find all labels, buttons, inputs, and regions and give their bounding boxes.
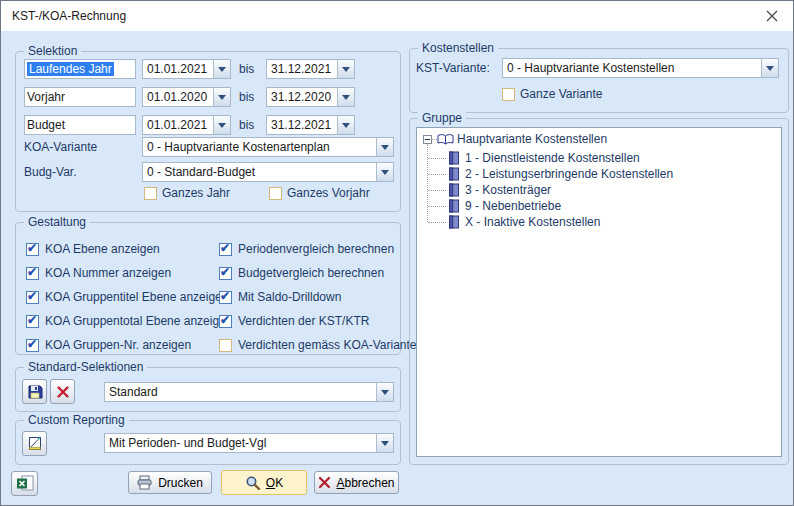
- book-icon: [447, 183, 460, 197]
- window-title: KST-/KOA-Rechnung: [12, 1, 126, 31]
- tree-root-item[interactable]: Hauptvariante Kostenstellen: [417, 131, 781, 147]
- chevron-down-icon: [218, 123, 226, 128]
- standard-selektionen-title: Standard-Selektionen: [24, 360, 147, 375]
- tree-item-label: 9 - Nebenbetriebe: [465, 198, 561, 214]
- book-icon: [447, 199, 460, 213]
- kostenstellen-group-title: Kostenstellen: [418, 41, 498, 56]
- saldo-drilldown-checkbox[interactable]: [219, 291, 232, 304]
- dropdown-arrow-button[interactable]: [213, 116, 230, 134]
- period-name-input-1[interactable]: Laufendes Jahr: [24, 59, 136, 79]
- combo-value: 0 - Hauptvariante Kostenartenplan: [147, 138, 374, 156]
- tree-item[interactable]: 9 - Nebenbetriebe: [417, 198, 781, 214]
- selected-text: Laufendes Jahr: [27, 62, 114, 76]
- dropdown-arrow-button[interactable]: [376, 434, 393, 452]
- date-from-combo-1[interactable]: 01.01.2021: [142, 59, 231, 79]
- gestaltung-group-title: Gestaltung: [24, 215, 90, 230]
- selektion-group: Selektion Laufendes Jahr 01.01.2021 bis …: [15, 51, 401, 212]
- periodenvergleich-checkbox[interactable]: [219, 243, 232, 256]
- verdichten-kst-ktr-checkbox[interactable]: [219, 315, 232, 328]
- date-to-combo-1[interactable]: 31.12.2021: [266, 59, 355, 79]
- ganzes-jahr-label: Ganzes Jahr: [162, 187, 230, 200]
- date-to-combo-3[interactable]: 31.12.2021: [266, 115, 355, 135]
- save-icon: [27, 384, 43, 400]
- save-selection-button[interactable]: [22, 379, 47, 404]
- chevron-down-icon: [218, 95, 226, 100]
- book-icon: [447, 215, 460, 229]
- drucken-label: Drucken: [158, 476, 203, 490]
- koa-gruppentitel-checkbox[interactable]: [26, 291, 39, 304]
- dropdown-arrow-button[interactable]: [213, 88, 230, 106]
- tree-item[interactable]: 1 - Dienstleistende Kostenstellen: [417, 150, 781, 166]
- budg-var-combo[interactable]: 0 - Standard-Budget: [142, 162, 394, 182]
- report-designer-button[interactable]: [22, 431, 47, 456]
- verdichten-koa-variante-checkbox[interactable]: [219, 339, 232, 352]
- ganzes-vorjahr-checkbox[interactable]: [269, 187, 282, 200]
- dropdown-arrow-button[interactable]: [761, 59, 778, 77]
- gruppe-group: Gruppe Hauptvariante Kostenstellen 1 - D…: [409, 118, 789, 465]
- date-value: 01.01.2021: [147, 116, 211, 134]
- date-from-combo-2[interactable]: 01.01.2020: [142, 87, 231, 107]
- dropdown-arrow-button[interactable]: [376, 163, 393, 181]
- excel-icon: [16, 475, 34, 492]
- ok-button[interactable]: OK: [221, 470, 307, 495]
- date-value: 31.12.2021: [271, 116, 335, 134]
- koa-variante-combo[interactable]: 0 - Hauptvariante Kostenartenplan: [142, 137, 394, 157]
- gruppe-group-title: Gruppe: [418, 111, 466, 126]
- cancel-x-icon: [318, 476, 331, 489]
- tree-collapse-toggle[interactable]: [423, 135, 432, 144]
- koa-gruppen-nr-checkbox[interactable]: [26, 339, 39, 352]
- budgetvergleich-checkbox[interactable]: [219, 267, 232, 280]
- koa-ebene-checkbox[interactable]: [26, 243, 39, 256]
- koa-variante-label: KOA-Variante: [24, 140, 97, 154]
- chevron-down-icon: [766, 66, 774, 71]
- book-icon: [447, 151, 460, 165]
- standard-selektion-combo[interactable]: Standard: [104, 382, 394, 402]
- ganzes-jahr-checkbox[interactable]: [144, 187, 157, 200]
- tree-connector: [428, 206, 446, 207]
- budgetvergleich-label: Budgetvergleich berechnen: [238, 267, 384, 280]
- dropdown-arrow-button[interactable]: [337, 88, 354, 106]
- delete-selection-button[interactable]: [50, 379, 75, 404]
- tree-item[interactable]: 3 - Kostenträger: [417, 182, 781, 198]
- tree-item-label: 2 - Leistungserbringende Kostenstellen: [465, 166, 673, 182]
- koa-gruppentotal-checkbox[interactable]: [26, 315, 39, 328]
- custom-reporting-combo[interactable]: Mit Perioden- und Budget-Vgl: [104, 433, 394, 453]
- tree-connector: [428, 190, 446, 191]
- chevron-down-icon: [342, 123, 350, 128]
- book-icon: [447, 167, 460, 181]
- custom-reporting-title: Custom Reporting: [24, 413, 129, 428]
- magnifier-icon: [245, 475, 261, 491]
- koa-nummer-checkbox[interactable]: [26, 267, 39, 280]
- tree-connector: [428, 174, 446, 175]
- close-button[interactable]: [755, 1, 789, 31]
- open-book-icon: [437, 133, 454, 146]
- tree-item[interactable]: X - Inaktive Kostenstellen: [417, 214, 781, 230]
- drucken-button[interactable]: Drucken: [128, 471, 212, 494]
- kst-variante-combo[interactable]: 0 - Hauptvariante Kostenstellen: [502, 58, 779, 78]
- dropdown-arrow-button[interactable]: [213, 60, 230, 78]
- kostenstellen-tree[interactable]: Hauptvariante Kostenstellen 1 - Dienstle…: [416, 127, 782, 457]
- abbrechen-button[interactable]: Abbrechen: [314, 471, 399, 494]
- close-icon: [766, 10, 778, 22]
- chevron-down-icon: [381, 145, 389, 150]
- period-name-input-3[interactable]: Budget: [24, 115, 136, 135]
- bis-label-1: bis: [239, 62, 254, 76]
- tree-item-label: 3 - Kostenträger: [465, 182, 551, 198]
- date-from-combo-3[interactable]: 01.01.2021: [142, 115, 231, 135]
- period-name-input-2[interactable]: Vorjahr: [24, 87, 136, 107]
- tree-root-label: Hauptvariante Kostenstellen: [457, 131, 607, 147]
- title-bar: KST-/KOA-Rechnung: [1, 1, 793, 31]
- dropdown-arrow-button[interactable]: [376, 138, 393, 156]
- dropdown-arrow-button[interactable]: [376, 383, 393, 401]
- export-excel-button[interactable]: [11, 471, 38, 496]
- koa-nummer-label: KOA Nummer anzeigen: [45, 267, 171, 280]
- dropdown-arrow-button[interactable]: [337, 60, 354, 78]
- dropdown-arrow-button[interactable]: [337, 116, 354, 134]
- selektion-group-title: Selektion: [24, 44, 81, 59]
- tree-item-label: 1 - Dienstleistende Kostenstellen: [465, 150, 640, 166]
- tree-item[interactable]: 2 - Leistungserbringende Kostenstellen: [417, 166, 781, 182]
- ganze-variante-checkbox[interactable]: [502, 88, 515, 101]
- date-to-combo-2[interactable]: 31.12.2020: [266, 87, 355, 107]
- date-value: 31.12.2020: [271, 88, 335, 106]
- tree-item-label: X - Inaktive Kostenstellen: [465, 214, 600, 230]
